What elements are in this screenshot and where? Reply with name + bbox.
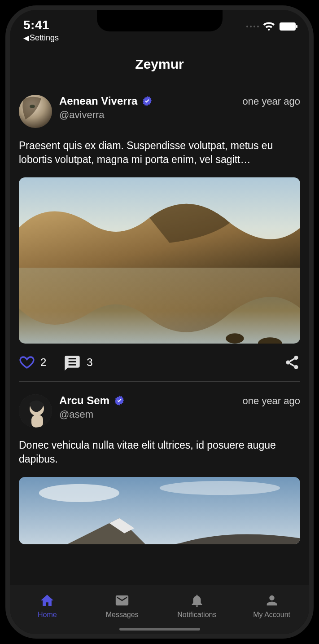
battery-icon [280,22,296,31]
avatar[interactable] [19,95,52,128]
back-label: Settings [30,33,59,43]
tab-label: Home [38,611,57,619]
bell-icon [189,593,205,608]
feed-post: Arcu Sem @asem one year ago Donec vehicu… [19,382,300,544]
post-timestamp: one year ago [243,95,300,107]
tab-notifications[interactable]: Notifications [160,585,235,626]
tab-home[interactable]: Home [10,585,85,626]
heart-icon [19,354,35,371]
app-header: Zeymur [10,50,309,82]
feed-post: Aenean Viverra @aviverra one year ago Pr… [19,82,300,382]
like-count: 2 [40,356,46,369]
svg-point-6 [294,356,298,360]
tab-account[interactable]: My Account [234,585,309,626]
tab-messages[interactable]: Messages [85,585,160,626]
post-body[interactable]: Praesent quis ex diam. Suspendisse volut… [19,139,300,167]
svg-point-13 [39,484,119,502]
post-timestamp: one year ago [243,394,300,407]
verified-badge-icon [114,395,125,406]
back-to-settings[interactable]: ◀ Settings [23,33,59,43]
cellular-dots-icon [246,26,259,27]
post-image[interactable] [19,177,300,344]
post-actions: 2 3 [19,353,300,371]
svg-point-4 [226,333,244,343]
tab-label: My Account [253,611,290,619]
like-button[interactable]: 2 [19,354,46,371]
comment-icon [63,353,81,371]
tab-label: Messages [106,611,139,619]
comment-button[interactable]: 3 [63,353,92,371]
wifi-icon [263,21,275,32]
svg-point-8 [294,365,298,369]
share-icon [284,354,300,371]
verified-badge-icon [142,96,153,106]
comment-count: 3 [87,356,92,369]
feed-scroll[interactable]: Aenean Viverra @aviverra one year ago Pr… [10,82,309,582]
home-indicator[interactable] [119,628,200,631]
author-handle[interactable]: @aviverra [59,109,236,121]
post-image[interactable] [19,477,300,544]
tab-label: Notifications [177,611,216,619]
app-title: Zeymur [135,57,184,71]
post-body[interactable]: Donec vehicula nulla vitae elit ultrices… [19,438,300,466]
avatar[interactable] [19,394,52,428]
svg-point-14 [160,481,280,495]
author-name[interactable]: Aenean Viverra [59,95,137,107]
tab-bar: Home Messages Notifications My Account [10,585,309,634]
home-icon [39,593,55,608]
back-arrow-icon: ◀ [23,34,29,42]
status-time: 5:41 [23,18,59,32]
author-name[interactable]: Arcu Sem [59,394,109,407]
svg-point-7 [286,361,290,365]
author-handle[interactable]: @asem [59,409,236,420]
svg-rect-11 [31,415,43,428]
share-button[interactable] [284,354,300,371]
mail-icon [114,593,130,608]
person-icon [264,593,280,608]
device-notch [97,10,223,31]
